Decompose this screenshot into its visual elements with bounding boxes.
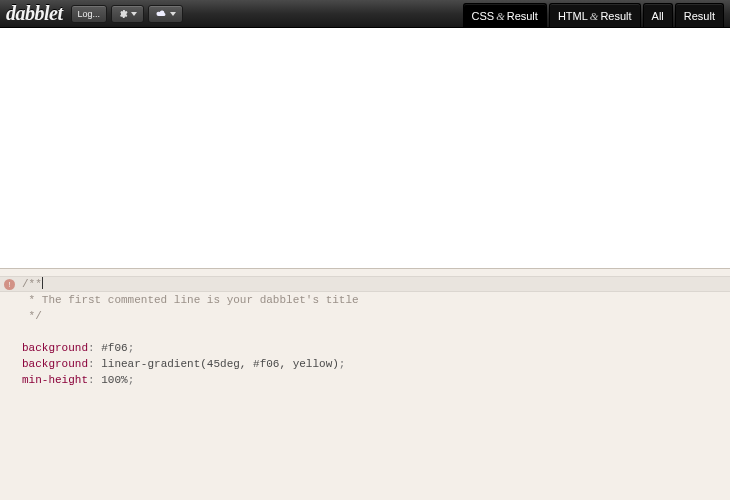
app-logo: dabblet xyxy=(6,2,63,25)
code-value: #f06 xyxy=(101,342,127,354)
error-badge-icon[interactable]: ! xyxy=(4,279,15,290)
gear-icon xyxy=(118,9,128,19)
tab-all[interactable]: All xyxy=(643,3,673,27)
ampersand-icon: & xyxy=(590,10,599,22)
code-punc: ; xyxy=(128,374,135,386)
code-comment: */ xyxy=(22,310,42,322)
tab-label-part: HTML xyxy=(558,10,588,22)
code-punc: ; xyxy=(339,358,346,370)
code-property: background xyxy=(22,358,88,370)
code-punc: : xyxy=(88,374,101,386)
code-comment: /** xyxy=(22,278,42,290)
tab-label: Result xyxy=(684,10,715,22)
tab-label: All xyxy=(652,10,664,22)
ampersand-icon: & xyxy=(496,10,505,22)
tab-css-result[interactable]: CSS & Result xyxy=(463,3,547,27)
text-cursor xyxy=(42,277,43,289)
chevron-down-icon xyxy=(131,12,137,16)
code-comment: * The first commented line is your dabbl… xyxy=(22,294,359,306)
code-value: linear-gradient(45deg, #f06, yellow) xyxy=(101,358,339,370)
tab-result[interactable]: Result xyxy=(675,3,724,27)
login-button[interactable]: Log... xyxy=(71,5,108,23)
tab-label-part: Result xyxy=(600,10,631,22)
code-value: 100% xyxy=(101,374,127,386)
login-label: Log... xyxy=(78,9,101,19)
code-punc: : xyxy=(88,358,101,370)
code-property: background xyxy=(22,342,88,354)
cloud-save-button[interactable] xyxy=(148,5,183,23)
chevron-down-icon xyxy=(170,12,176,16)
cloud-icon xyxy=(155,9,167,18)
css-editor[interactable]: ! /** * The first commented line is your… xyxy=(0,268,730,500)
code-property: min-height xyxy=(22,374,88,386)
code-content[interactable]: /** * The first commented line is your d… xyxy=(22,276,722,388)
settings-button[interactable] xyxy=(111,5,144,23)
code-punc: : xyxy=(88,342,101,354)
tab-label-part: CSS xyxy=(472,10,495,22)
top-toolbar: dabblet Log... CSS & Result HTML & Resul… xyxy=(0,0,730,28)
view-tabs: CSS & Result HTML & Result All Result xyxy=(463,0,725,27)
tab-label-part: Result xyxy=(507,10,538,22)
result-preview xyxy=(0,28,730,268)
code-punc: ; xyxy=(128,342,135,354)
tab-html-result[interactable]: HTML & Result xyxy=(549,3,641,27)
